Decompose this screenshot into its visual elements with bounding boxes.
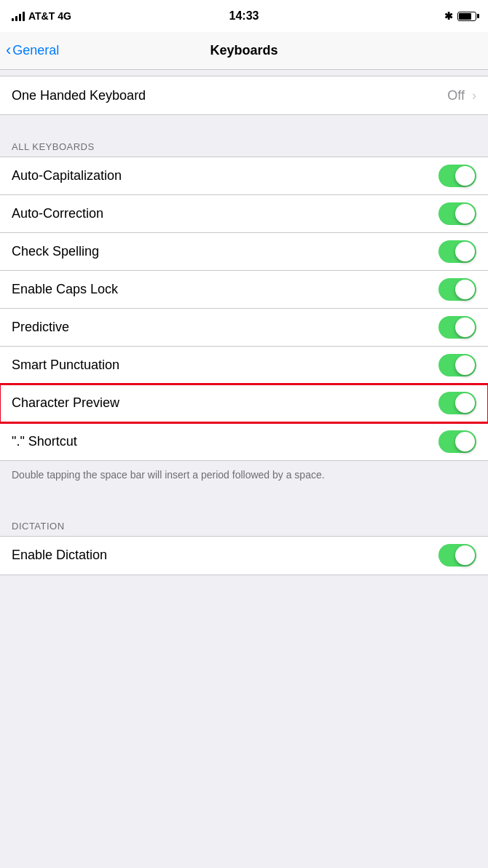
enable-caps-lock-toggle[interactable] <box>438 278 476 301</box>
one-handed-keyboard-item[interactable]: One Handed Keyboard Off › <box>0 76 488 114</box>
toggle-knob <box>455 166 475 186</box>
status-right: ✱ <box>444 10 476 22</box>
period-shortcut-item[interactable]: "." Shortcut <box>0 422 488 460</box>
status-bar: AT&T 4G 14:33 ✱ <box>0 0 488 32</box>
auto-correction-toggle[interactable] <box>438 202 476 225</box>
enable-dictation-item[interactable]: Enable Dictation <box>0 537 488 575</box>
spacer <box>0 70 488 76</box>
character-preview-item[interactable]: Character Preview <box>0 384 488 422</box>
auto-capitalization-item[interactable]: Auto-Capitalization <box>0 157 488 195</box>
smart-punctuation-toggle[interactable] <box>438 354 476 376</box>
back-chevron-icon: ‹ <box>6 42 11 58</box>
predictive-item[interactable]: Predictive <box>0 309 488 347</box>
status-time: 14:33 <box>229 9 259 23</box>
toggle-knob <box>455 317 475 337</box>
bluetooth-icon: ✱ <box>444 10 453 22</box>
one-handed-keyboard-right: Off › <box>447 88 476 103</box>
toggle-knob <box>455 545 475 565</box>
one-handed-keyboard-group: One Handed Keyboard Off › <box>0 76 488 115</box>
enable-caps-lock-label: Enable Caps Lock <box>12 282 118 297</box>
toggle-knob <box>455 280 475 299</box>
period-shortcut-label: "." Shortcut <box>12 434 77 449</box>
one-handed-keyboard-value: Off <box>447 88 465 103</box>
enable-dictation-toggle[interactable] <box>438 544 476 567</box>
signal-bars-icon <box>12 11 25 21</box>
auto-capitalization-label: Auto-Capitalization <box>12 168 122 184</box>
toggle-knob <box>455 432 475 451</box>
back-label: General <box>12 43 59 58</box>
smart-punctuation-item[interactable]: Smart Punctuation <box>0 347 488 384</box>
toggle-knob <box>455 204 475 224</box>
toggle-knob <box>455 393 475 413</box>
character-preview-toggle[interactable] <box>438 392 476 414</box>
battery-fill <box>459 13 471 20</box>
one-handed-keyboard-label: One Handed Keyboard <box>12 88 146 103</box>
check-spelling-item[interactable]: Check Spelling <box>0 233 488 271</box>
page-title: Keyboards <box>210 43 278 58</box>
nav-bar: ‹ General Keyboards <box>0 32 488 70</box>
back-button[interactable]: ‹ General <box>6 43 59 58</box>
all-keyboards-group: Auto-Capitalization Auto-Correction Chec… <box>0 157 488 461</box>
toggle-knob <box>455 355 475 375</box>
auto-capitalization-toggle[interactable] <box>438 165 476 187</box>
auto-correction-item[interactable]: Auto-Correction <box>0 195 488 233</box>
period-shortcut-footer: Double tapping the space bar will insert… <box>0 461 488 494</box>
period-shortcut-toggle[interactable] <box>438 430 476 453</box>
carrier-label: AT&T 4G <box>28 10 71 22</box>
check-spelling-label: Check Spelling <box>12 244 99 259</box>
character-preview-label: Character Preview <box>12 395 119 411</box>
check-spelling-toggle[interactable] <box>438 240 476 263</box>
auto-correction-label: Auto-Correction <box>12 206 103 221</box>
dictation-group: Enable Dictation <box>0 536 488 575</box>
toggle-knob <box>455 242 475 261</box>
chevron-right-icon: › <box>472 88 476 103</box>
spacer-1 <box>0 115 488 128</box>
all-keyboards-header: ALL KEYBOARDS <box>0 128 488 157</box>
status-left: AT&T 4G <box>12 10 71 22</box>
enable-caps-lock-item[interactable]: Enable Caps Lock <box>0 271 488 309</box>
spacer-2 <box>0 494 488 508</box>
predictive-toggle[interactable] <box>438 316 476 339</box>
dictation-header: DICTATION <box>0 508 488 536</box>
smart-punctuation-label: Smart Punctuation <box>12 358 119 373</box>
battery-icon <box>457 12 476 21</box>
enable-dictation-label: Enable Dictation <box>12 548 107 563</box>
predictive-label: Predictive <box>12 320 69 335</box>
